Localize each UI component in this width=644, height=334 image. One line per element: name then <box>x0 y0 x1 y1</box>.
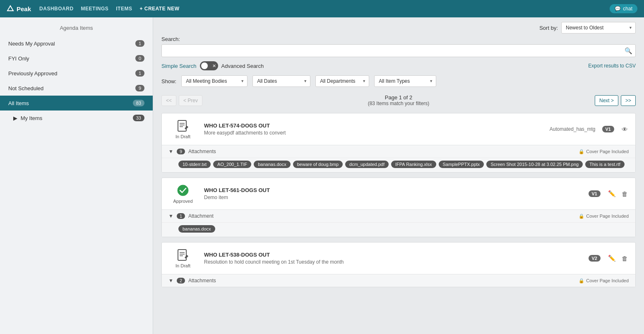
attach-toggle-3[interactable]: ▼ <box>168 278 173 284</box>
item-status-2: Approved <box>168 184 197 204</box>
item-version-1: V1 <box>602 126 614 132</box>
search-toggle-left: Simple Search ✕ Advanced Search <box>161 61 264 70</box>
dates-select[interactable]: All Dates <box>252 75 310 87</box>
file-tag-1-2[interactable]: bananas.docx <box>254 161 291 168</box>
simple-search-label[interactable]: Simple Search <box>161 63 197 69</box>
logo-text: Peak <box>17 5 31 12</box>
sidebar-item-previously-approved[interactable]: Previously Approved 1 <box>0 66 153 81</box>
edit-button-3[interactable]: ✏️ <box>607 254 617 263</box>
search-button[interactable]: 🔍 <box>625 47 632 55</box>
file-tag-1-0[interactable]: 10-stderr.txt <box>178 161 211 168</box>
export-csv-link[interactable]: Export results to CSV <box>588 63 636 69</box>
file-tag-1-3[interactable]: beware of doug.bmp <box>293 161 343 168</box>
nav-dashboard[interactable]: DASHBOARD <box>39 4 74 13</box>
sidebar-item-fyi-only[interactable]: FYI Only 0 <box>0 51 153 66</box>
svg-rect-7 <box>178 250 186 260</box>
sidebar-item-not-scheduled[interactable]: Not Scheduled 9 <box>0 81 153 96</box>
file-tag-1-8[interactable]: This is a test.rtf <box>585 161 625 168</box>
trash-icon-3: 🗑 <box>622 255 628 262</box>
attachments-left-1: ▼ 9 Attachments <box>168 149 216 154</box>
next-page-button[interactable]: Next > <box>595 95 618 106</box>
file-tag-1-4[interactable]: dcm_updated.pdf <box>345 161 389 168</box>
search-label: Search: <box>161 36 636 42</box>
attach-toggle-2[interactable]: ▼ <box>168 213 173 219</box>
prev-page-button[interactable]: < Prev <box>179 95 202 106</box>
item-types-select[interactable]: All Item Types <box>374 75 436 87</box>
svg-point-6 <box>178 185 188 196</box>
item-details-1: WHO LET-574-DOGS OUT More easypdf attach… <box>204 123 543 136</box>
item-card-main-3: In Draft WHO LET-538-DOGS OUT Resolution… <box>162 243 635 274</box>
item-card-2: Approved WHO LET-561-DOGS OUT Demo item … <box>161 178 636 237</box>
chat-button[interactable]: 💬 chat <box>610 4 637 13</box>
sidebar-item-needs-approval[interactable]: Needs My Approval 1 <box>0 36 153 51</box>
item-actions-3: ✏️ 🗑 <box>607 254 629 263</box>
search-toggle-row: Simple Search ✕ Advanced Search Export r… <box>161 61 636 70</box>
search-input-wrapper: 🔍 <box>161 44 636 57</box>
last-page-button[interactable]: >> <box>621 95 636 106</box>
attachments-bar-3: ▼ 2 Attachments 🔒 Cover Page Included <box>162 274 635 287</box>
sort-by-label: Sort by: <box>539 25 558 31</box>
item-subtitle-2: Demo item <box>204 195 582 200</box>
attach-count-1: 9 <box>177 149 185 154</box>
pagination-left: << < Prev <box>161 95 202 106</box>
svg-marker-0 <box>7 6 13 11</box>
svg-rect-2 <box>178 120 186 131</box>
search-input[interactable] <box>161 44 636 57</box>
top-navigation: Peak DASHBOARD MEETINGS ITEMS + CREATE N… <box>0 0 644 17</box>
cover-page-1: 🔒 Cover Page Included <box>579 149 629 154</box>
item-title-2: WHO LET-561-DOGS OUT <box>204 187 582 193</box>
show-label: Show: <box>161 78 176 84</box>
sidebar-item-my-items[interactable]: ▶ My Items 33 <box>0 111 153 125</box>
edit-icon-3: ✏️ <box>608 255 616 262</box>
sort-by-select[interactable]: Newest to Oldest Oldest to Newest Title … <box>561 22 636 34</box>
attach-toggle-1[interactable]: ▼ <box>168 149 173 154</box>
nav-meetings[interactable]: MEETINGS <box>81 4 109 13</box>
meeting-bodies-wrapper: All Meeting Bodies <box>181 75 248 87</box>
file-tag-1-5[interactable]: IFPA Ranking.xlsx <box>391 161 436 168</box>
first-page-button[interactable]: << <box>161 95 176 106</box>
item-card-main-2: Approved WHO LET-561-DOGS OUT Demo item … <box>162 178 635 209</box>
attachments-bar-1: ▼ 9 Attachments 🔒 Cover Page Included <box>162 145 635 158</box>
search-row: 🔍 <box>161 44 636 57</box>
departments-select[interactable]: All Departments <box>315 75 369 87</box>
chevron-right-icon: ▶ <box>13 115 17 121</box>
file-tag-1-7[interactable]: Screen Shot 2015-10-28 at 3.02.25 PM.png <box>486 161 583 168</box>
create-new-button[interactable]: + CREATE NEW <box>139 6 179 12</box>
sidebar: Agenda Items Needs My Approval 1 FYI Onl… <box>0 17 153 334</box>
item-actions-1: 👁 <box>621 125 629 134</box>
attachments-left-3: ▼ 2 Attachments <box>168 278 216 284</box>
file-tag-1-6[interactable]: SamplePPTX.pptx <box>439 161 484 168</box>
toggle-x-icon: ✕ <box>212 63 216 69</box>
item-meta-1: Automated_has_mtg <box>550 126 596 132</box>
attachments-bar-2: ▼ 1 Attachment 🔒 Cover Page Included <box>162 209 635 222</box>
item-status-3: In Draft <box>168 248 197 268</box>
items-match: (83 Items match your filters) <box>368 101 430 106</box>
nav-items[interactable]: ITEMS <box>116 4 132 13</box>
file-tag-1-1[interactable]: AO_200_1.TIF <box>213 161 251 168</box>
page-info: Page 1 of 2 <box>368 94 430 101</box>
cover-page-3: 🔒 Cover Page Included <box>579 278 629 284</box>
item-subtitle-1: More easypdf attachments to convert <box>204 130 543 136</box>
delete-button-2[interactable]: 🗑 <box>621 190 629 198</box>
departments-wrapper: All Departments <box>315 75 369 87</box>
main-content: Guide Me Sort by: Newest to Oldest Oldes… <box>153 17 644 334</box>
sort-by-wrapper: Newest to Oldest Oldest to Newest Title … <box>561 22 636 34</box>
item-title-1: WHO LET-574-DOGS OUT <box>204 123 543 129</box>
edit-button-2[interactable]: ✏️ <box>607 189 617 198</box>
delete-button-3[interactable]: 🗑 <box>621 254 629 263</box>
attach-files-1: 10-stderr.txt AO_200_1.TIF bananas.docx … <box>162 158 635 172</box>
approved-icon-2 <box>176 184 190 197</box>
lock-icon-2: 🔒 <box>579 214 584 219</box>
file-tag-2-0[interactable]: bananas.docx <box>178 225 215 233</box>
eye-button-1[interactable]: 👁 <box>621 125 629 134</box>
attach-count-2: 1 <box>177 213 185 219</box>
item-subtitle-3: Resolution to hold council meeting on 1s… <box>204 259 582 265</box>
pagination-center: Page 1 of 2 (83 Items match your filters… <box>368 94 430 106</box>
search-mode-toggle[interactable]: ✕ <box>200 61 218 70</box>
item-actions-2: ✏️ 🗑 <box>607 189 629 198</box>
logo-icon <box>7 5 14 12</box>
item-title-3: WHO LET-538-DOGS OUT <box>204 252 582 258</box>
sidebar-item-all-items[interactable]: All Items 83 <box>0 96 153 111</box>
meeting-bodies-select[interactable]: All Meeting Bodies <box>181 75 248 87</box>
draft-icon-3 <box>176 248 190 262</box>
